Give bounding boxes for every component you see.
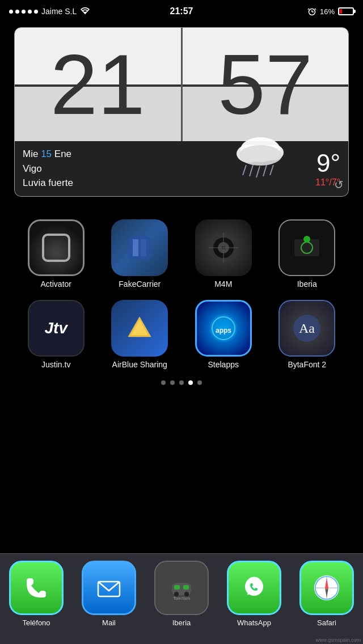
svg-rect-36: [183, 585, 189, 590]
app-item-airblue[interactable]: AirBlue Sharing: [105, 300, 174, 369]
signal-dot-1: [9, 10, 13, 14]
carrier-label: Jaime S.L: [41, 7, 77, 16]
svg-point-25: [303, 236, 310, 243]
svg-point-8: [239, 145, 282, 166]
svg-text:TomTom: TomTom: [173, 596, 191, 601]
weather-temp-high: 11°: [315, 177, 329, 187]
app-row-2: Jtv Justin.tv AirBlue Sharing apps St: [14, 300, 349, 369]
battery-percent: 16%: [320, 7, 335, 16]
status-left: Jaime S.L: [9, 7, 90, 16]
iberia-dock-svg: TomTom: [166, 573, 197, 603]
dock-icon-whatsapp: [227, 561, 281, 615]
svg-line-3: [308, 9, 309, 10]
app-grid: Activator FakeCarrier: [14, 219, 349, 385]
page-dot-3[interactable]: [179, 380, 184, 385]
weather-info: Mie 15 Ene Vigo Luvia fuerte: [23, 147, 73, 190]
dock-icon-iberia: TomTom: [154, 561, 209, 615]
app-label-iberia: Iberia: [297, 279, 317, 289]
app-label-stelapps: Stelapps: [208, 360, 239, 369]
app-icon-fakecarrier: [111, 219, 168, 276]
app-item-activator[interactable]: Activator: [22, 219, 90, 289]
app-item-justin[interactable]: Jtv Justin.tv: [22, 300, 90, 369]
app-label-m4m: M4M: [214, 279, 232, 289]
svg-rect-14: [128, 236, 151, 259]
app-icon-activator: [28, 219, 85, 276]
app-label-airblue: AirBlue Sharing: [112, 360, 167, 369]
battery-icon: [338, 7, 354, 15]
page-dot-4[interactable]: [188, 380, 193, 385]
airblue-svg: [123, 311, 157, 345]
flip-clock: 21 57: [15, 28, 348, 141]
dock-label-whatsapp: WhatsApp: [237, 618, 271, 627]
app-item-bytafont[interactable]: Aa BytaFont 2: [273, 300, 341, 369]
app-item-m4m[interactable]: M4M: [189, 219, 258, 289]
svg-line-11: [256, 166, 260, 177]
dock-item-whatsapp[interactable]: WhatsApp: [223, 561, 285, 627]
iberia-svg: [290, 231, 324, 265]
dock-item-phone[interactable]: Teléfono: [5, 561, 67, 627]
dock-icon-phone: [9, 561, 64, 615]
dock-item-safari[interactable]: Safari: [296, 561, 358, 627]
activator-inner: [42, 234, 70, 262]
status-right: 16%: [307, 7, 354, 16]
page-dot-5[interactable]: [197, 380, 202, 385]
dock-icon-safari: [299, 561, 354, 615]
page-dot-2[interactable]: [170, 380, 175, 385]
status-time: 21:57: [170, 6, 193, 16]
weather-condition: Luvia fuerte: [23, 176, 73, 190]
dock-icon-mail: [82, 561, 136, 615]
app-icon-justin: Jtv: [28, 300, 85, 357]
bytafont-svg: Aa: [290, 311, 324, 345]
battery-indicator: [338, 7, 354, 15]
svg-rect-35: [174, 585, 180, 590]
mail-svg: [94, 573, 124, 603]
app-icon-bytafont: Aa: [278, 300, 335, 357]
fakecarrier-svg: [123, 231, 157, 265]
weather-month: Ene: [54, 149, 71, 159]
svg-line-10: [250, 165, 253, 176]
m4m-svg: [206, 231, 240, 265]
svg-text:Aa: Aa: [299, 321, 315, 336]
wifi-icon: [80, 7, 90, 15]
signal-dot-5: [34, 10, 38, 14]
svg-line-13: [270, 165, 273, 175]
page-dot-1[interactable]: [161, 380, 166, 385]
app-item-fakecarrier[interactable]: FakeCarrier: [105, 219, 174, 289]
status-bar: Jaime S.L 21:57 16%: [0, 0, 363, 23]
dock-item-iberia[interactable]: TomTom Iberia: [150, 561, 213, 627]
dock-row: Teléfono Mail TomT: [0, 561, 363, 627]
signal-dot-3: [22, 10, 26, 14]
svg-line-4: [315, 9, 316, 10]
flip-divider-1: [15, 84, 181, 87]
refresh-icon[interactable]: ↺: [334, 178, 344, 192]
svg-rect-15: [133, 239, 138, 256]
phone-svg: [21, 573, 52, 603]
svg-rect-16: [141, 239, 146, 256]
alarm-icon: [307, 7, 316, 16]
dock-label-iberia: Iberia: [172, 618, 191, 627]
weather-day-num: 15: [41, 149, 52, 159]
weather-section: Mie 15 Ene Vigo Luvia fuerte 9° 11°/7° ↺: [15, 141, 348, 196]
app-label-activator: Activator: [41, 279, 71, 289]
svg-line-9: [243, 165, 246, 175]
weather-date: Mie 15 Ene: [23, 147, 73, 162]
stelapps-svg: apps: [206, 311, 240, 345]
signal-dot-2: [15, 10, 19, 14]
justin-text: Jtv: [45, 319, 67, 337]
battery-fill: [340, 9, 342, 14]
app-item-iberia[interactable]: Iberia: [273, 219, 341, 289]
whatsapp-svg: [239, 573, 269, 603]
app-icon-airblue: [111, 300, 168, 357]
app-row-1: Activator FakeCarrier: [14, 219, 349, 289]
flip-hour: 21: [15, 28, 183, 141]
app-item-stelapps[interactable]: apps Stelapps: [189, 300, 258, 369]
dock-item-mail[interactable]: Mail: [78, 561, 140, 627]
flip-divider-2: [183, 84, 349, 87]
dock-label-safari: Safari: [317, 618, 336, 627]
clock-widget: 21 57 Mie 15 Ene Vigo: [14, 27, 349, 197]
app-label-bytafont: BytaFont 2: [288, 360, 326, 369]
app-icon-m4m: [195, 219, 252, 276]
weather-city: Vigo: [23, 162, 73, 176]
dock: Teléfono Mail TomT: [0, 553, 363, 644]
page-dots: [14, 380, 349, 385]
